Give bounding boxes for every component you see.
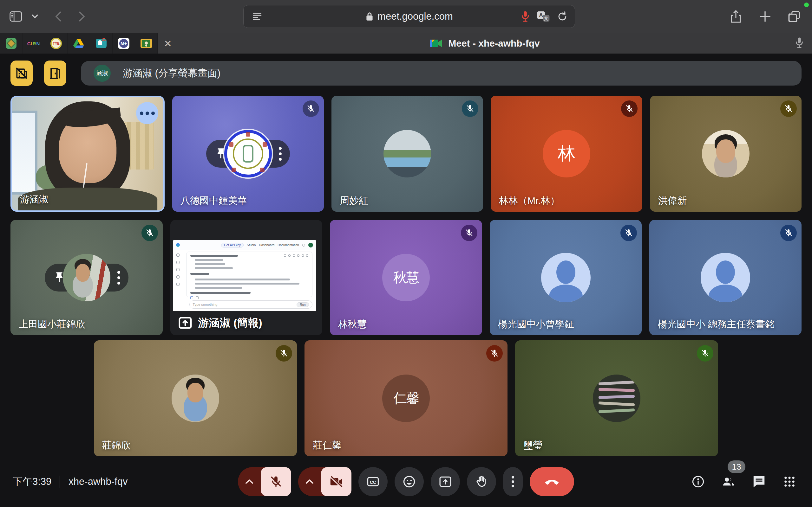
screen: meet.google.com A文 CIRN TYE	[0, 0, 812, 507]
camera-off-button[interactable]	[321, 467, 351, 496]
meeting-details-button[interactable]	[691, 474, 705, 489]
pinned-tab-cirn[interactable]: CIRN	[22, 33, 45, 54]
participant-tile[interactable]: 莊錦欣	[94, 340, 297, 456]
participant-count-badge: 13	[728, 460, 745, 473]
mic-off-button[interactable]	[261, 467, 291, 496]
tab-audio-icon[interactable]	[795, 37, 804, 50]
participant-name: 林秋慧	[338, 318, 367, 331]
mic-off-badge	[486, 345, 503, 361]
default-person-avatar	[541, 253, 591, 302]
back-button[interactable]	[52, 10, 65, 23]
tab-overview-icon[interactable]	[788, 10, 801, 23]
participant-name: 璽瑩	[523, 439, 542, 452]
tile-row-3: 莊錦欣 仁馨 莊仁馨 璽瑩	[0, 340, 812, 456]
raise-hand-button[interactable]	[467, 467, 496, 496]
mic-off-badge	[621, 101, 638, 117]
initials-avatar: 林	[543, 130, 590, 177]
present-icon	[178, 316, 193, 330]
school-emblem-icon	[6, 38, 16, 49]
tile-options-icon[interactable]	[279, 147, 282, 161]
lock-icon	[365, 11, 374, 21]
call-controls: CC	[238, 467, 574, 496]
presentation-off-button[interactable]	[10, 60, 33, 86]
participant-tile[interactable]: 璽瑩	[515, 340, 718, 456]
open-door-button[interactable]	[44, 60, 66, 86]
participant-tile-speaker[interactable]: 游涵淑	[10, 96, 165, 212]
captions-button[interactable]: CC	[358, 467, 388, 496]
camera-options-caret[interactable]	[298, 479, 321, 484]
camera-active-indicator	[804, 3, 809, 7]
participant-tile[interactable]: 上田國小莊錦欣	[10, 220, 163, 335]
get-api-key-button: Get API key	[221, 243, 244, 247]
active-tab[interactable]: ✕ Meet - xhe-awhb-fqv	[158, 33, 812, 54]
participant-name: 莊錦欣	[102, 439, 131, 452]
end-call-button[interactable]	[530, 467, 574, 496]
participant-tile[interactable]: 楊光國中小 總務主任蔡書銘	[649, 220, 802, 335]
default-person-avatar	[701, 253, 750, 302]
reactions-button[interactable]	[395, 467, 424, 496]
pinned-tab-elearning[interactable]	[90, 33, 113, 54]
elearning-monitor-icon	[96, 39, 107, 48]
participant-name: 莊仁馨	[313, 439, 341, 452]
participant-tile[interactable]: 洪偉新	[650, 96, 802, 212]
reload-icon[interactable]	[557, 11, 568, 22]
sidebar-rail	[173, 250, 183, 311]
participant-tile[interactable]: 八德國中鍾美華	[172, 96, 324, 212]
new-tab-icon[interactable]	[759, 10, 771, 23]
browser-toolbar: meet.google.com A文	[0, 0, 812, 33]
presentation-label: 游涵淑 (簡報)	[178, 316, 262, 330]
presenting-message: 游涵淑 (分享螢幕畫面)	[123, 66, 220, 80]
chevron-down-icon[interactable]	[29, 10, 41, 23]
svg-text:CC: CC	[370, 480, 376, 485]
people-button[interactable]: 13	[721, 474, 736, 489]
pinned-tab-drive[interactable]	[67, 33, 90, 54]
participant-name: 周妙紅	[340, 194, 368, 207]
pinned-tab-tye[interactable]: TYE	[45, 33, 67, 54]
mic-options-caret[interactable]	[238, 479, 261, 484]
participant-tile[interactable]: 秋慧 林秋慧	[330, 220, 482, 335]
prompt-input: Type something Run	[189, 300, 312, 308]
participant-tile[interactable]: 楊光國中小曾學鉦	[490, 220, 642, 335]
cirn-icon: CIRN	[28, 38, 39, 49]
mic-off-badge	[461, 225, 477, 241]
participant-name: 上田國小莊錦欣	[19, 318, 85, 331]
settings-gear-icon	[302, 244, 305, 246]
initials-avatar: 秋慧	[382, 254, 430, 301]
initials-avatar: 仁馨	[382, 375, 430, 422]
pinned-tab-classroom[interactable]	[135, 33, 158, 54]
tab-bar: CIRN TYE M+ ✕ Meet - xhe-awhb-fqv	[0, 33, 812, 54]
present-screen-button[interactable]	[431, 467, 460, 496]
pinned-tab-school[interactable]	[0, 33, 22, 54]
tile-options-icon[interactable]	[117, 271, 120, 285]
participant-tile[interactable]: 周妙紅	[332, 96, 483, 212]
video-background	[12, 111, 38, 194]
translate-icon[interactable]: A文	[537, 10, 550, 22]
google-drive-icon	[73, 38, 84, 49]
divider	[60, 475, 60, 488]
participant-name: 楊光國中小 總務主任蔡書銘	[658, 318, 774, 331]
address-bar[interactable]: meet.google.com A文	[243, 5, 575, 28]
chat-button[interactable]	[752, 474, 766, 489]
tile-row-1: 游涵淑 八德國中鍾美華	[10, 96, 802, 212]
camera-control-group	[298, 467, 351, 496]
activities-apps-button[interactable]	[782, 474, 797, 489]
tile-more-options-button[interactable]	[136, 102, 158, 124]
mic-off-badge	[275, 345, 292, 361]
account-avatar	[308, 243, 313, 247]
tab-title: Meet - xhe-awhb-fqv	[448, 38, 540, 49]
reader-icon[interactable]	[252, 9, 263, 23]
participant-name: 游涵淑	[20, 193, 49, 206]
participant-tile[interactable]: 仁馨 莊仁馨	[305, 340, 507, 456]
close-tab-icon[interactable]: ✕	[160, 33, 175, 54]
presentation-tile[interactable]: Get API key Studio Dashboard Documentati…	[170, 220, 322, 335]
sidebar-toggle-icon[interactable]	[9, 10, 22, 23]
voice-search-icon[interactable]	[521, 10, 530, 23]
more-options-button[interactable]	[503, 467, 523, 496]
url-text: meet.google.com	[377, 11, 453, 22]
pinned-tab-mplus[interactable]: M+	[113, 33, 135, 54]
group-photo-avatar	[384, 130, 431, 177]
participant-tile[interactable]: 林 林林（Mr.林）	[491, 96, 642, 212]
presenter-avatar: 涵淑	[94, 65, 111, 82]
share-icon[interactable]	[729, 10, 742, 23]
forward-button[interactable]	[75, 10, 88, 23]
